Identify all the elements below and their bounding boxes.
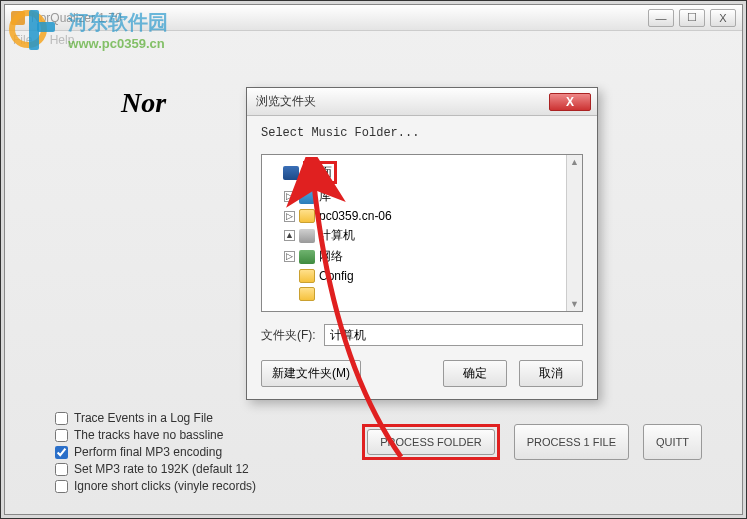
tree-item-desktop[interactable]: 桌面 bbox=[264, 159, 580, 186]
computer-icon bbox=[299, 229, 315, 243]
tree-scrollbar[interactable] bbox=[566, 155, 582, 311]
checkbox-trace-events[interactable]: Trace Events in a Log File bbox=[55, 411, 256, 425]
tree-expander[interactable]: ▷ bbox=[284, 211, 295, 222]
tree-label: pc0359.cn-06 bbox=[319, 209, 392, 223]
tree-item-folder[interactable] bbox=[264, 285, 580, 303]
minimize-button[interactable]: — bbox=[648, 9, 674, 27]
maximize-button[interactable]: ☐ bbox=[679, 9, 705, 27]
browse-folder-dialog: 浏览文件夹 X Select Music Folder... 桌面 ▷ 库 ▷ … bbox=[246, 87, 598, 400]
dialog-button-row: 新建文件夹(M) 确定 取消 bbox=[261, 360, 583, 387]
tree-label: 计算机 bbox=[319, 227, 355, 244]
dialog-title: 浏览文件夹 bbox=[253, 93, 549, 110]
checkbox-label: Trace Events in a Log File bbox=[74, 411, 213, 425]
tree-item-network[interactable]: ▷ 网络 bbox=[264, 246, 580, 267]
checkbox-ignore-clicks[interactable]: Ignore short clicks (vinyle records) bbox=[55, 479, 256, 493]
quit-button[interactable]: QUITT bbox=[643, 424, 702, 460]
library-icon bbox=[299, 190, 315, 204]
menu-bar: File Help bbox=[5, 31, 742, 51]
checkbox-input[interactable] bbox=[55, 446, 68, 459]
titlebar: NorQualizer 1.70 — ☐ X bbox=[5, 5, 742, 31]
folder-icon bbox=[299, 269, 315, 283]
checkbox-label: The tracks have no bassline bbox=[74, 428, 223, 442]
checkbox-no-bassline[interactable]: The tracks have no bassline bbox=[55, 428, 256, 442]
folder-tree[interactable]: 桌面 ▷ 库 ▷ pc0359.cn-06 ▲ 计算机 ▷ 网络 bbox=[261, 154, 583, 312]
checkbox-input[interactable] bbox=[55, 480, 68, 493]
tree-label: 库 bbox=[319, 188, 331, 205]
process-file-button[interactable]: PROCESS 1 FILE bbox=[514, 424, 629, 460]
tree-expander[interactable]: ▷ bbox=[284, 191, 295, 202]
dialog-prompt: Select Music Folder... bbox=[261, 126, 583, 140]
tree-expander[interactable]: ▲ bbox=[284, 230, 295, 241]
dialog-titlebar[interactable]: 浏览文件夹 X bbox=[247, 88, 597, 116]
desktop-icon bbox=[283, 166, 299, 180]
close-button[interactable]: X bbox=[710, 9, 736, 27]
tree-item-computer[interactable]: ▲ 计算机 bbox=[264, 225, 580, 246]
tree-item-libraries[interactable]: ▷ 库 bbox=[264, 186, 580, 207]
tree-expander[interactable]: ▷ bbox=[284, 251, 295, 262]
process-folder-button[interactable]: PROCESS FOLDER bbox=[367, 429, 494, 455]
checkbox-label: Set MP3 rate to 192K (default 12 bbox=[74, 462, 249, 476]
folder-name-input[interactable] bbox=[324, 324, 583, 346]
folder-name-row: 文件夹(F): bbox=[261, 324, 583, 346]
ok-button[interactable]: 确定 bbox=[443, 360, 507, 387]
cancel-button[interactable]: 取消 bbox=[519, 360, 583, 387]
action-button-row: PROCESS FOLDER PROCESS 1 FILE QUITT bbox=[362, 424, 702, 460]
tree-label: 桌面 bbox=[303, 161, 337, 184]
menu-help[interactable]: Help bbox=[50, 33, 75, 47]
checkbox-input[interactable] bbox=[55, 412, 68, 425]
network-icon bbox=[299, 250, 315, 264]
checkbox-input[interactable] bbox=[55, 463, 68, 476]
tree-item-config[interactable]: Config bbox=[264, 267, 580, 285]
tree-item-folder[interactable]: ▷ pc0359.cn-06 bbox=[264, 207, 580, 225]
window-controls: — ☐ X bbox=[648, 9, 736, 27]
highlight-process-folder: PROCESS FOLDER bbox=[362, 424, 499, 460]
checkbox-mp3-encoding[interactable]: Perform final MP3 encoding bbox=[55, 445, 256, 459]
folder-icon bbox=[299, 209, 315, 223]
folder-field-label: 文件夹(F): bbox=[261, 327, 316, 344]
checkbox-label: Perform final MP3 encoding bbox=[74, 445, 222, 459]
options-checkbox-list: Trace Events in a Log File The tracks ha… bbox=[55, 408, 256, 496]
checkbox-label: Ignore short clicks (vinyle records) bbox=[74, 479, 256, 493]
folder-icon bbox=[299, 287, 315, 301]
menu-file[interactable]: File bbox=[13, 33, 32, 47]
dialog-close-button[interactable]: X bbox=[549, 93, 591, 111]
dialog-body: Select Music Folder... 桌面 ▷ 库 ▷ pc0359.c… bbox=[247, 116, 597, 399]
window-title: NorQualizer 1.70 bbox=[31, 11, 648, 25]
checkbox-input[interactable] bbox=[55, 429, 68, 442]
app-icon bbox=[11, 11, 25, 25]
tree-label: 网络 bbox=[319, 248, 343, 265]
tree-label: Config bbox=[319, 269, 354, 283]
checkbox-mp3-rate[interactable]: Set MP3 rate to 192K (default 12 bbox=[55, 462, 256, 476]
new-folder-button[interactable]: 新建文件夹(M) bbox=[261, 360, 361, 387]
